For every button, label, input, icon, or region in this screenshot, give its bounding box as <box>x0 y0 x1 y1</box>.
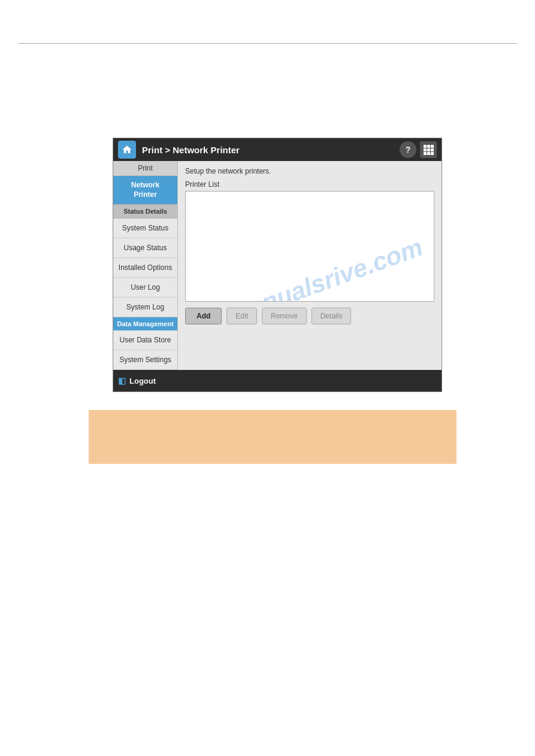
help-button[interactable]: ? <box>400 141 416 158</box>
footer-bar: ◧ Logout <box>113 370 442 391</box>
sidebar-item-user-data-store[interactable]: User Data Store <box>113 330 177 350</box>
info-box <box>89 410 457 464</box>
sidebar-active-label: NetworkPrinter <box>131 181 159 199</box>
add-button[interactable]: Add <box>185 308 222 324</box>
home-button[interactable] <box>118 141 136 159</box>
action-buttons: Add Edit Remove Details <box>185 308 434 324</box>
sidebar-item-system-settings[interactable]: System Settings <box>113 350 177 370</box>
grid-icon <box>423 144 434 155</box>
svg-rect-4 <box>427 148 430 151</box>
sidebar-item-system-log[interactable]: System Log <box>113 297 177 317</box>
home-icon <box>122 144 132 155</box>
content-area: Setup the network printers. Printer List… <box>178 161 442 370</box>
printer-list-label: Printer List <box>185 180 434 189</box>
sidebar-section-status-details: Status Details <box>113 204 177 218</box>
svg-rect-2 <box>431 145 434 148</box>
svg-rect-1 <box>427 145 430 148</box>
title-bar: Print > Network Printer ? <box>113 138 442 161</box>
help-icon: ? <box>406 145 411 154</box>
page-title: Print > Network Printer <box>142 145 240 155</box>
svg-rect-3 <box>424 148 427 151</box>
watermark: manualsrive.com <box>223 233 426 302</box>
title-bar-left: Print > Network Printer <box>118 141 240 159</box>
setup-description: Setup the network printers. <box>185 167 434 175</box>
page-container: Print > Network Printer ? <box>0 0 535 756</box>
remove-button[interactable]: Remove <box>262 308 307 324</box>
svg-rect-0 <box>424 145 427 148</box>
svg-rect-5 <box>431 148 434 151</box>
printer-list-box: manualsrive.com <box>185 191 434 302</box>
sidebar: Print NetworkPrinter Status Details Syst… <box>113 161 178 370</box>
sidebar-item-installed-options[interactable]: Installed Options <box>113 258 177 278</box>
svg-rect-7 <box>427 152 430 155</box>
grid-button[interactable] <box>420 141 437 158</box>
sidebar-item-user-log[interactable]: User Log <box>113 278 177 297</box>
sidebar-item-network-printer[interactable]: NetworkPrinter <box>113 176 177 204</box>
ui-window: Print > Network Printer ? <box>113 138 442 392</box>
sidebar-section-data-management: Data Management <box>113 317 177 330</box>
details-button[interactable]: Details <box>312 308 352 324</box>
edit-button[interactable]: Edit <box>226 308 257 324</box>
sidebar-print-label[interactable]: Print <box>113 161 177 176</box>
title-bar-right: ? <box>400 141 437 158</box>
logout-icon: ◧ <box>118 376 126 385</box>
main-body: Print NetworkPrinter Status Details Syst… <box>113 161 442 370</box>
top-rule <box>18 43 517 44</box>
svg-rect-6 <box>424 152 427 155</box>
sidebar-item-system-status[interactable]: System Status <box>113 218 177 238</box>
sidebar-item-usage-status[interactable]: Usage Status <box>113 238 177 258</box>
svg-rect-8 <box>431 152 434 155</box>
logout-button[interactable]: Logout <box>129 377 156 385</box>
